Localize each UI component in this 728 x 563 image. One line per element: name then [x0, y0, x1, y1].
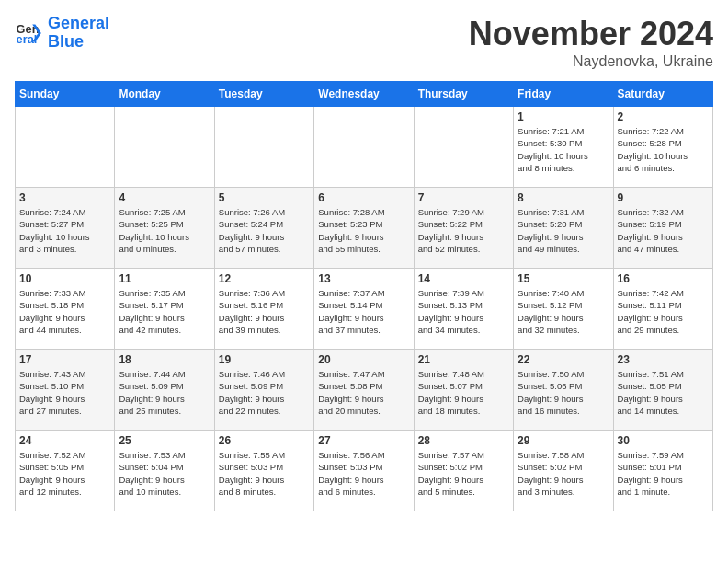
calendar-cell: 15Sunrise: 7:40 AM Sunset: 5:12 PM Dayli… [514, 269, 613, 350]
calendar-cell [214, 107, 313, 188]
month-title: November 2024 [469, 15, 713, 53]
day-info: Sunrise: 7:55 AM Sunset: 5:03 PM Dayligh… [219, 449, 310, 498]
day-of-week-header: Saturday [613, 82, 712, 107]
day-info: Sunrise: 7:32 AM Sunset: 5:19 PM Dayligh… [618, 206, 709, 255]
day-info: Sunrise: 7:59 AM Sunset: 5:01 PM Dayligh… [618, 449, 709, 498]
day-info: Sunrise: 7:26 AM Sunset: 5:24 PM Dayligh… [219, 206, 310, 255]
day-number: 18 [119, 353, 210, 366]
calendar-cell: 9Sunrise: 7:32 AM Sunset: 5:19 PM Daylig… [613, 188, 712, 269]
svg-text:eral: eral [17, 32, 38, 46]
day-number: 24 [19, 434, 110, 447]
day-info: Sunrise: 7:28 AM Sunset: 5:23 PM Dayligh… [318, 206, 409, 255]
day-info: Sunrise: 7:46 AM Sunset: 5:09 PM Dayligh… [219, 368, 310, 417]
day-number: 14 [418, 272, 509, 285]
calendar-cell: 3Sunrise: 7:24 AM Sunset: 5:27 PM Daylig… [16, 188, 115, 269]
calendar-cell: 30Sunrise: 7:59 AM Sunset: 5:01 PM Dayli… [613, 431, 712, 511]
day-of-week-header: Friday [514, 82, 613, 107]
calendar-cell: 18Sunrise: 7:44 AM Sunset: 5:09 PM Dayli… [115, 350, 214, 431]
day-info: Sunrise: 7:40 AM Sunset: 5:12 PM Dayligh… [518, 287, 609, 336]
day-info: Sunrise: 7:39 AM Sunset: 5:13 PM Dayligh… [418, 287, 509, 336]
day-info: Sunrise: 7:42 AM Sunset: 5:11 PM Dayligh… [618, 287, 709, 336]
day-info: Sunrise: 7:37 AM Sunset: 5:14 PM Dayligh… [318, 287, 409, 336]
day-number: 27 [318, 434, 409, 447]
calendar-cell: 4Sunrise: 7:25 AM Sunset: 5:25 PM Daylig… [115, 188, 214, 269]
day-number: 29 [518, 434, 609, 447]
day-number: 8 [518, 191, 609, 204]
day-info: Sunrise: 7:35 AM Sunset: 5:17 PM Dayligh… [119, 287, 210, 336]
day-number: 21 [418, 353, 509, 366]
calendar-table: SundayMondayTuesdayWednesdayThursdayFrid… [15, 81, 713, 511]
calendar-cell: 24Sunrise: 7:52 AM Sunset: 5:05 PM Dayli… [16, 431, 115, 511]
calendar-cell: 25Sunrise: 7:53 AM Sunset: 5:04 PM Dayli… [115, 431, 214, 511]
calendar-cell: 11Sunrise: 7:35 AM Sunset: 5:17 PM Dayli… [115, 269, 214, 350]
calendar-cell: 16Sunrise: 7:42 AM Sunset: 5:11 PM Dayli… [613, 269, 712, 350]
calendar-cell: 21Sunrise: 7:48 AM Sunset: 5:07 PM Dayli… [414, 350, 513, 431]
day-number: 15 [518, 272, 609, 285]
calendar-cell: 23Sunrise: 7:51 AM Sunset: 5:05 PM Dayli… [613, 350, 712, 431]
calendar-cell: 20Sunrise: 7:47 AM Sunset: 5:08 PM Dayli… [314, 350, 414, 431]
page-header: Gen eral GeneralBlue November 2024 Nayde… [15, 15, 713, 70]
day-info: Sunrise: 7:44 AM Sunset: 5:09 PM Dayligh… [119, 368, 210, 417]
calendar-cell: 13Sunrise: 7:37 AM Sunset: 5:14 PM Dayli… [314, 269, 414, 350]
calendar-cell [16, 107, 115, 188]
day-number: 22 [518, 353, 609, 366]
day-number: 19 [219, 353, 310, 366]
day-info: Sunrise: 7:43 AM Sunset: 5:10 PM Dayligh… [19, 368, 110, 417]
day-info: Sunrise: 7:47 AM Sunset: 5:08 PM Dayligh… [318, 368, 409, 417]
calendar-cell: 28Sunrise: 7:57 AM Sunset: 5:02 PM Dayli… [414, 431, 513, 511]
day-number: 11 [119, 272, 210, 285]
title-block: November 2024 Naydenovka, Ukraine [469, 15, 713, 70]
location: Naydenovka, Ukraine [469, 53, 713, 70]
day-number: 10 [19, 272, 110, 285]
day-info: Sunrise: 7:36 AM Sunset: 5:16 PM Dayligh… [219, 287, 310, 336]
day-number: 13 [318, 272, 409, 285]
calendar-cell: 7Sunrise: 7:29 AM Sunset: 5:22 PM Daylig… [414, 188, 513, 269]
calendar-week-row: 24Sunrise: 7:52 AM Sunset: 5:05 PM Dayli… [16, 431, 713, 511]
logo-text: GeneralBlue [48, 15, 109, 52]
calendar-week-row: 10Sunrise: 7:33 AM Sunset: 5:18 PM Dayli… [16, 269, 713, 350]
day-info: Sunrise: 7:52 AM Sunset: 5:05 PM Dayligh… [19, 449, 110, 498]
calendar-cell: 14Sunrise: 7:39 AM Sunset: 5:13 PM Dayli… [414, 269, 513, 350]
calendar-cell: 8Sunrise: 7:31 AM Sunset: 5:20 PM Daylig… [514, 188, 613, 269]
day-number: 3 [19, 191, 110, 204]
calendar-cell [414, 107, 513, 188]
calendar-cell: 1Sunrise: 7:21 AM Sunset: 5:30 PM Daylig… [514, 107, 613, 188]
day-number: 5 [219, 191, 310, 204]
day-info: Sunrise: 7:29 AM Sunset: 5:22 PM Dayligh… [418, 206, 509, 255]
day-number: 16 [618, 272, 709, 285]
day-number: 17 [19, 353, 110, 366]
calendar-cell: 10Sunrise: 7:33 AM Sunset: 5:18 PM Dayli… [16, 269, 115, 350]
day-info: Sunrise: 7:31 AM Sunset: 5:20 PM Dayligh… [518, 206, 609, 255]
day-number: 25 [119, 434, 210, 447]
logo: Gen eral GeneralBlue [15, 15, 109, 52]
day-number: 30 [618, 434, 709, 447]
day-of-week-header: Monday [115, 82, 214, 107]
calendar-cell [115, 107, 214, 188]
day-info: Sunrise: 7:33 AM Sunset: 5:18 PM Dayligh… [19, 287, 110, 336]
calendar-cell: 17Sunrise: 7:43 AM Sunset: 5:10 PM Dayli… [16, 350, 115, 431]
calendar-cell: 26Sunrise: 7:55 AM Sunset: 5:03 PM Dayli… [214, 431, 313, 511]
calendar-week-row: 1Sunrise: 7:21 AM Sunset: 5:30 PM Daylig… [16, 107, 713, 188]
calendar-cell: 2Sunrise: 7:22 AM Sunset: 5:28 PM Daylig… [613, 107, 712, 188]
calendar-cell: 12Sunrise: 7:36 AM Sunset: 5:16 PM Dayli… [214, 269, 313, 350]
day-number: 26 [219, 434, 310, 447]
day-of-week-header: Thursday [414, 82, 513, 107]
day-of-week-header: Wednesday [314, 82, 414, 107]
day-info: Sunrise: 7:58 AM Sunset: 5:02 PM Dayligh… [518, 449, 609, 498]
day-info: Sunrise: 7:57 AM Sunset: 5:02 PM Dayligh… [418, 449, 509, 498]
calendar-cell: 27Sunrise: 7:56 AM Sunset: 5:03 PM Dayli… [314, 431, 414, 511]
calendar-cell [314, 107, 414, 188]
day-number: 23 [618, 353, 709, 366]
day-number: 4 [119, 191, 210, 204]
calendar-cell: 29Sunrise: 7:58 AM Sunset: 5:02 PM Dayli… [514, 431, 613, 511]
calendar-cell: 6Sunrise: 7:28 AM Sunset: 5:23 PM Daylig… [314, 188, 414, 269]
day-info: Sunrise: 7:25 AM Sunset: 5:25 PM Dayligh… [119, 206, 210, 255]
day-number: 7 [418, 191, 509, 204]
day-info: Sunrise: 7:53 AM Sunset: 5:04 PM Dayligh… [119, 449, 210, 498]
day-number: 1 [518, 110, 609, 123]
day-info: Sunrise: 7:51 AM Sunset: 5:05 PM Dayligh… [618, 368, 709, 417]
day-number: 6 [318, 191, 409, 204]
day-number: 12 [219, 272, 310, 285]
calendar-week-row: 3Sunrise: 7:24 AM Sunset: 5:27 PM Daylig… [16, 188, 713, 269]
calendar-cell: 22Sunrise: 7:50 AM Sunset: 5:06 PM Dayli… [514, 350, 613, 431]
